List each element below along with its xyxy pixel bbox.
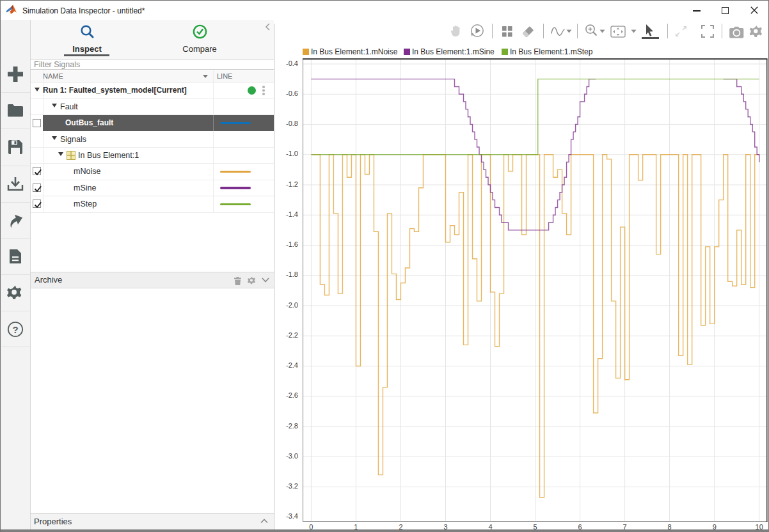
svg-text:?: ? [12,324,18,335]
